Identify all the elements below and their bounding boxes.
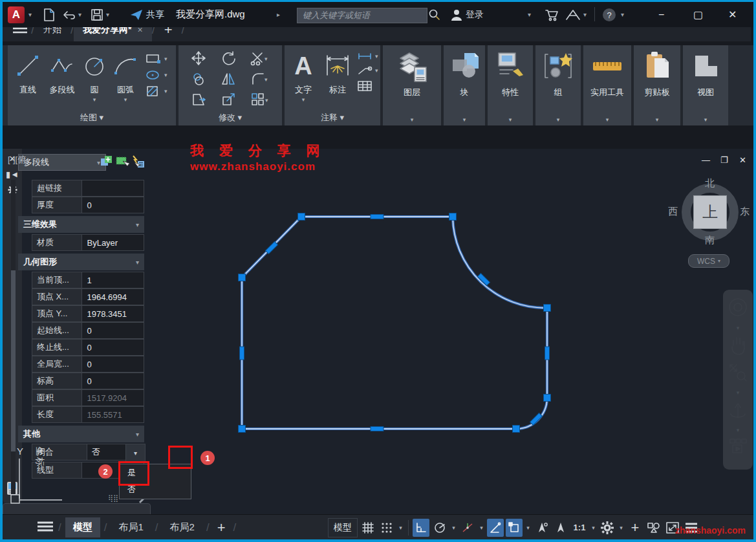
fillet-icon[interactable]: ▾ [250, 71, 270, 89]
help-icon[interactable]: ? [601, 2, 617, 27]
mirror-icon[interactable] [221, 71, 236, 89]
panel-group[interactable]: 组 ▾ [535, 45, 581, 125]
snap-toggle-icon[interactable] [378, 519, 395, 537]
prop-row-start-width[interactable]: 起始线...0 [32, 322, 144, 339]
array-icon[interactable]: ▾ [250, 92, 270, 110]
hatch-button[interactable]: ▾ [145, 85, 167, 97]
prop-row-thickness[interactable]: 厚度0 [32, 197, 144, 213]
panel-properties[interactable]: 特性 ▾ [488, 45, 533, 125]
cart-icon[interactable] [545, 2, 559, 27]
rectangle-button[interactable]: ▾ [145, 53, 167, 65]
section-misc[interactable]: 其他▾ [18, 426, 144, 442]
doc-close-icon[interactable]: ✕ [739, 155, 746, 165]
help-caret-icon[interactable]: ▾ [621, 2, 624, 27]
steering-wheel-icon[interactable] [727, 296, 749, 321]
polyline-button[interactable]: 多段线 [44, 49, 80, 96]
panel-layers[interactable]: 图层 ▾ [383, 45, 441, 125]
undo-icon[interactable] [62, 2, 76, 27]
panel-draw-label[interactable]: 绘图 ▾ [8, 112, 176, 124]
arc-button[interactable]: 圆弧 ▾ [110, 49, 141, 103]
autodesk-caret-icon[interactable]: ▾ [583, 2, 587, 27]
new-layout-button[interactable]: + [213, 519, 230, 536]
doc-restore-icon[interactable]: ❐ [720, 155, 728, 165]
ortho-toggle-icon[interactable] [413, 519, 429, 537]
prop-row-vertex-x[interactable]: 顶点 X...1964.6994 [32, 288, 144, 305]
stretch-icon[interactable] [191, 92, 206, 110]
move-icon[interactable] [191, 50, 206, 69]
minimize-button[interactable]: − [658, 2, 664, 27]
rotate-icon[interactable] [221, 50, 236, 69]
gear-caret-icon[interactable]: ▾ [618, 525, 625, 531]
doc-minimize-icon[interactable]: — [702, 155, 710, 165]
app-logo[interactable]: A [8, 6, 25, 23]
login-caret-icon[interactable]: ▾ [528, 2, 531, 27]
arc-caret-icon[interactable]: ▾ [110, 96, 141, 103]
annotation-scale-value[interactable]: 1:1 [571, 519, 588, 537]
viewcube-top-face[interactable]: 上 [693, 195, 727, 229]
viewcube-south[interactable]: 南 [705, 234, 715, 246]
section-geometry[interactable]: 几何图形▾ [18, 254, 144, 270]
isolate-objects-icon[interactable] [645, 519, 662, 537]
tab-layout2[interactable]: 布局2 [162, 517, 202, 537]
annotation-autoscale-icon[interactable] [552, 519, 569, 537]
text-button[interactable]: A 文字 ▾ [288, 49, 318, 103]
table-button[interactable] [357, 80, 378, 92]
viewcube-west[interactable]: 西 [668, 206, 678, 218]
closed-dropdown-button[interactable]: ▾ [125, 444, 146, 462]
search-input[interactable]: 键入关键字或短语 [297, 8, 427, 23]
midpoint-grips[interactable] [240, 215, 550, 431]
circle-button[interactable]: 圆 ▾ [81, 49, 107, 103]
scale-caret-icon[interactable]: ▾ [590, 525, 597, 531]
prop-row-hyperlink[interactable]: 超链接 [32, 180, 144, 197]
tab-layout1[interactable]: 布局1 [111, 517, 151, 537]
group-caret-icon[interactable]: ▾ [535, 116, 581, 123]
viewcube-north[interactable]: 北 [705, 177, 715, 190]
panel-view[interactable]: 视图 ▾ [683, 45, 728, 125]
gear-icon[interactable] [599, 519, 616, 537]
app-menu-caret-icon[interactable]: ▾ [28, 2, 32, 27]
osnap-caret-icon[interactable]: ▾ [524, 525, 532, 531]
ellipse-button[interactable]: ▾ [145, 69, 167, 81]
vertex-grips[interactable] [239, 213, 551, 433]
viewport-controls-label[interactable]: [-][俯 [8, 154, 26, 166]
layers-caret-icon[interactable]: ▾ [383, 116, 441, 123]
maximize-button[interactable]: ▢ [693, 2, 703, 27]
panel-modify-label[interactable]: 修改 ▾ [178, 112, 282, 124]
save-caret-icon[interactable]: ▾ [106, 2, 109, 27]
zoom-extents-icon[interactable] [728, 362, 748, 385]
text-caret-icon[interactable]: ▾ [288, 96, 318, 103]
drawing-canvas[interactable]: [-][俯 — ❐ ✕ 北 西 东 南 上 WCS▾ ▾ ▾ ▾ ✕ ▮◄ [3, 149, 753, 514]
isodraft-toggle-icon[interactable] [459, 519, 476, 537]
palette-side-label[interactable]: 坐标 [34, 447, 45, 460]
trim-icon[interactable]: ▾ [250, 50, 270, 69]
polar-caret-icon[interactable]: ▾ [450, 525, 457, 531]
dimension-button[interactable]: 标注 [321, 49, 354, 96]
close-button[interactable]: ✕ [728, 2, 737, 27]
utilities-caret-icon[interactable]: ▾ [583, 116, 631, 123]
prop-row-material[interactable]: 材质ByLayer [32, 234, 144, 251]
panel-block[interactable]: 块 ▾ [444, 45, 485, 125]
snap-caret-icon[interactable]: ▾ [397, 525, 404, 531]
object-type-dropdown[interactable]: 多段线▾ [18, 154, 106, 171]
offset-icon[interactable] [191, 71, 206, 89]
linear-dim-button[interactable]: ▾ [357, 52, 378, 61]
properties-caret-icon[interactable]: ▾ [488, 116, 533, 123]
prop-row-global-width[interactable]: 全局宽...0 [32, 356, 144, 373]
select-objects-icon[interactable] [115, 155, 129, 169]
grid-toggle-icon[interactable] [360, 519, 376, 537]
panel-clipboard[interactable]: 剪贴板 ▾ [634, 45, 680, 125]
osnap-toggle-icon[interactable] [506, 519, 523, 537]
prop-row-current-vertex[interactable]: 当前顶...1 [32, 272, 144, 288]
title-caret-icon[interactable]: ▸ [277, 2, 280, 27]
customization-plus-icon[interactable]: + [627, 519, 643, 537]
model-space-button[interactable]: 模型 [328, 518, 358, 537]
circle-caret-icon[interactable]: ▾ [81, 96, 107, 103]
statusbar-menu-icon[interactable] [36, 520, 54, 536]
search-icon[interactable] [428, 2, 441, 27]
login-label[interactable]: 登录 [466, 2, 484, 27]
toggle-pickadd-icon[interactable] [100, 155, 114, 169]
share-plane-icon[interactable] [129, 2, 144, 27]
viewcube-east[interactable]: 东 [740, 206, 750, 218]
block-caret-icon[interactable]: ▾ [444, 116, 485, 123]
palette-scrollbar[interactable] [11, 180, 16, 494]
